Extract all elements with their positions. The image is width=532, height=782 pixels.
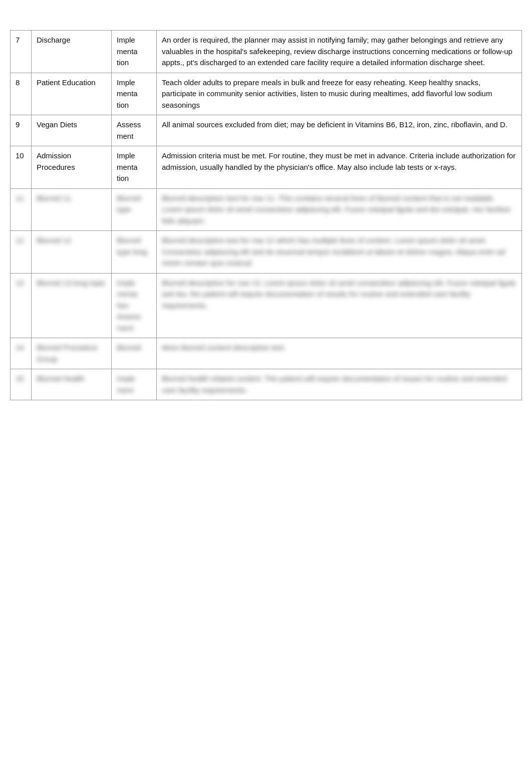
- row-description: All animal sources excluded from diet; m…: [157, 115, 522, 146]
- table-row: 11 Blurred 11 Blurred type Blurred descr…: [11, 188, 522, 231]
- row-type: Imple menta tion Assess ment: [112, 273, 157, 338]
- row-topic: Blurred 13 long topic: [32, 273, 112, 338]
- table-row: 13 Blurred 13 long topic Imple menta tio…: [11, 273, 522, 338]
- row-number: 7: [11, 31, 32, 73]
- row-description: Blurred description text for row 11. Thi…: [157, 188, 522, 231]
- row-description: Blurred description for row 13. Lorem ip…: [157, 273, 522, 338]
- table-row: 8 Patient Education Imple menta tion Tea…: [11, 73, 522, 115]
- row-topic: Discharge: [32, 31, 112, 73]
- row-type: Blurred: [112, 338, 157, 369]
- row-description: Blurred description text for row 12 whic…: [157, 231, 522, 274]
- row-number: 8: [11, 73, 32, 115]
- row-description: An order is required, the planner may as…: [157, 31, 522, 73]
- row-number: 10: [11, 146, 32, 189]
- row-number: 11: [11, 188, 32, 231]
- row-type: Blurred type long: [112, 231, 157, 274]
- row-type: Imple menta tion: [112, 146, 157, 189]
- row-type: Imple menta tion: [112, 31, 157, 73]
- row-description: Blurred health related content. The pati…: [157, 369, 522, 400]
- row-type: Blurred type: [112, 188, 157, 231]
- row-type: Imple ment: [112, 369, 157, 400]
- row-number: 14: [11, 338, 32, 369]
- row-number: 9: [11, 115, 32, 146]
- table-row: 10 Admission Procedures Imple menta tion…: [11, 146, 522, 189]
- table-row: 15 Blurred Health Imple ment Blurred hea…: [11, 369, 522, 400]
- row-topic: Blurred 12: [32, 231, 112, 274]
- table-row: 7 Discharge Imple menta tion An order is…: [11, 31, 522, 73]
- row-description: Admission criteria must be met. For rout…: [157, 146, 522, 189]
- row-number: 13: [11, 273, 32, 338]
- row-type: Assess ment: [112, 115, 157, 146]
- table-row: 14 Blurred Procedure Group Blurred More …: [11, 338, 522, 369]
- row-topic: Blurred Health: [32, 369, 112, 400]
- row-number: 15: [11, 369, 32, 400]
- procedures-table: 7 Discharge Imple menta tion An order is…: [10, 30, 522, 400]
- row-topic: Patient Education: [32, 73, 112, 115]
- row-description: Teach older adults to prepare meals in b…: [157, 73, 522, 115]
- row-number: 12: [11, 231, 32, 274]
- row-topic: Blurred Procedure Group: [32, 338, 112, 369]
- row-topic: Blurred 11: [32, 188, 112, 231]
- table-row: 12 Blurred 12 Blurred type long Blurred …: [11, 231, 522, 274]
- table-row: 9 Vegan Diets Assess ment All animal sou…: [11, 115, 522, 146]
- row-topic: Admission Procedures: [32, 146, 112, 189]
- row-type: Imple menta tion: [112, 73, 157, 115]
- row-topic: Vegan Diets: [32, 115, 112, 146]
- row-description: More blurred content description text.: [157, 338, 522, 369]
- table-container: 7 Discharge Imple menta tion An order is…: [10, 30, 522, 400]
